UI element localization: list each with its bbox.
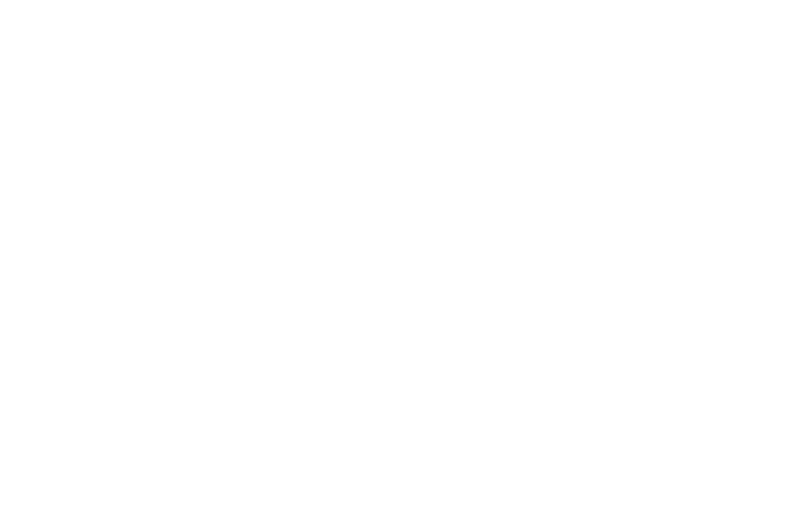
heatmap-plot-canvas <box>0 0 798 532</box>
ldr-quicklook-page <box>0 0 798 532</box>
